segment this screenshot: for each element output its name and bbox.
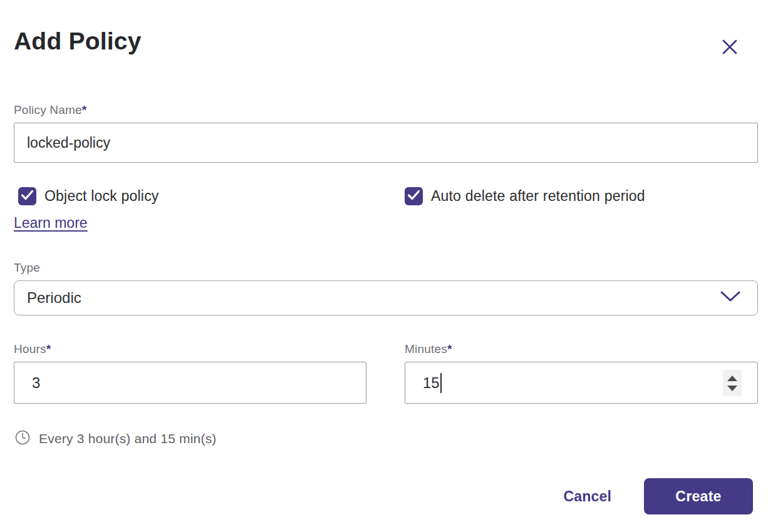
object-lock-checkbox-item[interactable]: Object lock policy xyxy=(14,187,405,205)
type-select-value: Periodic xyxy=(27,289,81,307)
checkbox-row: Object lock policy Auto delete after ret… xyxy=(14,187,758,205)
required-asterisk: * xyxy=(82,103,87,116)
auto-delete-label: Auto delete after retention period xyxy=(431,188,645,205)
stepper-down-icon[interactable] xyxy=(727,386,737,391)
minutes-value: 15 xyxy=(423,374,440,392)
minutes-field-group: Minutes* 15 xyxy=(405,342,758,404)
chevron-down-icon xyxy=(719,290,742,306)
page-title: Add Policy xyxy=(14,26,142,57)
checkmark-icon xyxy=(407,190,420,203)
auto-delete-checkbox[interactable] xyxy=(405,187,423,205)
type-field-group: Type Periodic xyxy=(14,261,758,315)
cancel-button[interactable]: Cancel xyxy=(563,488,611,505)
policy-name-label-text: Policy Name xyxy=(14,103,82,116)
schedule-summary: Every 3 hour(s) and 15 min(s) xyxy=(14,430,758,448)
text-cursor xyxy=(440,373,442,393)
dialog-footer: Cancel Create xyxy=(563,478,753,514)
close-icon xyxy=(719,50,740,59)
auto-delete-checkbox-item[interactable]: Auto delete after retention period xyxy=(405,187,758,205)
hours-label: Hours* xyxy=(14,342,366,356)
hours-label-text: Hours xyxy=(14,342,46,356)
stepper-up-icon[interactable] xyxy=(727,376,737,381)
required-asterisk: * xyxy=(46,342,51,356)
type-select[interactable]: Periodic xyxy=(14,280,758,315)
object-lock-checkbox[interactable] xyxy=(18,187,36,205)
clock-icon xyxy=(15,430,30,448)
type-label: Type xyxy=(14,261,758,275)
hours-input-wrap xyxy=(14,362,366,404)
minutes-stepper[interactable] xyxy=(723,370,742,396)
hours-input[interactable] xyxy=(14,362,366,404)
hours-minutes-row: Hours* Minutes* 15 xyxy=(14,342,758,404)
policy-name-field-group: Policy Name* xyxy=(14,103,758,163)
object-lock-label: Object lock policy xyxy=(44,188,159,205)
minutes-input-wrap: 15 xyxy=(405,362,758,404)
add-policy-dialog: Add Policy Policy Name* xyxy=(0,0,773,532)
learn-more-row: Learn more xyxy=(14,215,758,232)
learn-more-link[interactable]: Learn more xyxy=(14,215,88,231)
minutes-label: Minutes* xyxy=(405,342,758,356)
required-asterisk: * xyxy=(447,342,452,356)
policy-name-input[interactable] xyxy=(14,123,758,163)
schedule-summary-text: Every 3 hour(s) and 15 min(s) xyxy=(39,431,217,446)
hours-field-group: Hours* xyxy=(14,342,366,404)
minutes-label-text: Minutes xyxy=(405,342,447,356)
dialog-header: Add Policy xyxy=(14,26,758,63)
close-button[interactable] xyxy=(715,33,744,63)
minutes-input[interactable]: 15 xyxy=(405,362,758,404)
checkmark-icon xyxy=(21,190,34,203)
policy-name-label: Policy Name* xyxy=(14,103,758,117)
create-button[interactable]: Create xyxy=(644,478,753,514)
